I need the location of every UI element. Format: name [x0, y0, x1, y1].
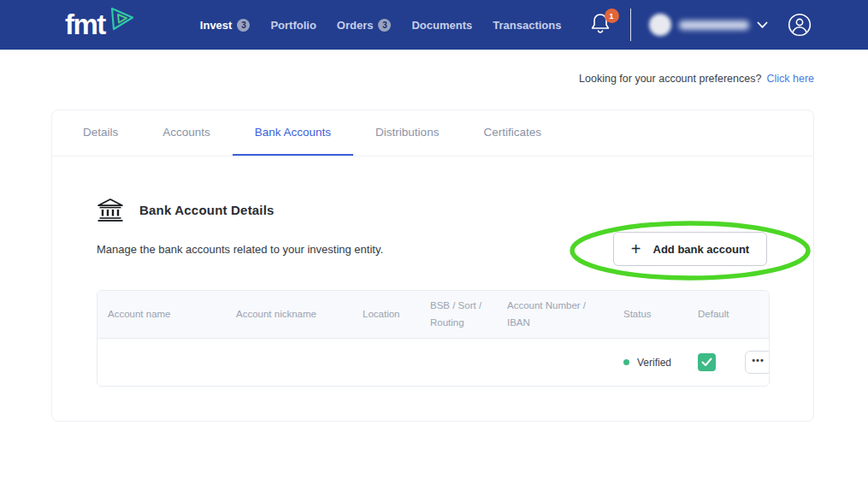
- header-location: Location: [352, 299, 420, 330]
- header-account-name: Account name: [97, 299, 226, 330]
- account-button[interactable]: [788, 13, 812, 37]
- header-actions: [735, 308, 770, 322]
- section-description: Manage the bank accounts related to your…: [97, 243, 383, 256]
- verified-status-dot: [623, 359, 629, 365]
- section-title: Bank Account Details: [139, 203, 275, 217]
- header-account-nickname: Account nickname: [226, 299, 352, 330]
- top-navbar: fmt Invest 3 Portfolio Orders 3 Document…: [0, 0, 868, 50]
- default-checkbox[interactable]: [698, 353, 716, 371]
- tab-details[interactable]: Details: [61, 110, 140, 156]
- nav-item-invest-label: Invest: [200, 19, 233, 32]
- bank-icon: [97, 198, 124, 222]
- nav-item-transactions-label: Transactions: [493, 19, 561, 32]
- nav-item-documents-label: Documents: [411, 19, 472, 32]
- preferences-click-here-link[interactable]: Click here: [766, 73, 814, 85]
- plus-icon: +: [631, 240, 641, 257]
- nav-item-orders-label: Orders: [337, 19, 374, 32]
- nav-item-documents[interactable]: Documents: [411, 19, 472, 32]
- entity-tabs: Details Accounts Bank Accounts Distribut…: [52, 110, 813, 157]
- nav-item-transactions[interactable]: Transactions: [493, 19, 561, 32]
- preferences-text: Looking for your account preferences?: [579, 73, 761, 85]
- header-default: Default: [688, 299, 735, 330]
- status-cell: Verified: [613, 357, 688, 369]
- navbar-right-section: 1: [590, 9, 812, 41]
- section-header: Bank Account Details: [97, 198, 275, 222]
- header-bsb-sort-routing: BSB / Sort / Routing: [420, 291, 497, 338]
- invest-count-badge: 3: [237, 19, 250, 32]
- person-circle-icon: [788, 13, 812, 37]
- orders-count-badge: 3: [378, 19, 391, 32]
- user-name-redacted: [679, 21, 749, 30]
- header-status: Status: [613, 299, 688, 330]
- navbar-divider: [630, 9, 632, 41]
- bank-accounts-table: Account name Account nickname Location B…: [97, 290, 770, 387]
- nav-item-invest[interactable]: Invest 3: [200, 19, 251, 32]
- nav-item-portfolio-label: Portfolio: [270, 19, 316, 32]
- add-bank-account-button[interactable]: + Add bank account: [613, 232, 767, 266]
- nav-item-portfolio[interactable]: Portfolio: [270, 19, 316, 32]
- row-actions-button[interactable]: •••: [745, 351, 770, 374]
- main-navigation: Invest 3 Portfolio Orders 3 Documents Tr…: [200, 19, 562, 32]
- tab-distributions[interactable]: Distributions: [353, 110, 461, 156]
- fmt-play-icon: [108, 5, 137, 36]
- add-bank-account-label: Add bank account: [653, 243, 750, 256]
- notification-count-badge: 1: [605, 9, 619, 23]
- avatar: [649, 14, 671, 36]
- table-row: Verified •••: [97, 339, 769, 386]
- header-account-number-iban: Account Number / IBAN: [497, 291, 613, 338]
- table-header-row: Account name Account nickname Location B…: [97, 291, 769, 339]
- check-icon: [701, 358, 712, 367]
- fmt-logo[interactable]: fmt: [65, 3, 137, 46]
- notifications-button[interactable]: 1: [590, 12, 612, 38]
- tab-bank-accounts[interactable]: Bank Accounts: [233, 110, 353, 156]
- ellipsis-icon: •••: [752, 355, 765, 365]
- fmt-logo-text: fmt: [65, 3, 105, 46]
- status-label: Verified: [637, 357, 671, 369]
- user-menu[interactable]: [649, 14, 768, 36]
- chevron-down-icon: [757, 21, 768, 29]
- bank-accounts-card: Details Accounts Bank Accounts Distribut…: [51, 109, 814, 422]
- tab-accounts[interactable]: Accounts: [140, 110, 233, 156]
- nav-item-orders[interactable]: Orders 3: [337, 19, 392, 32]
- tab-certificates[interactable]: Certificates: [461, 110, 564, 156]
- preferences-hint: Looking for your account preferences?Cli…: [579, 73, 814, 85]
